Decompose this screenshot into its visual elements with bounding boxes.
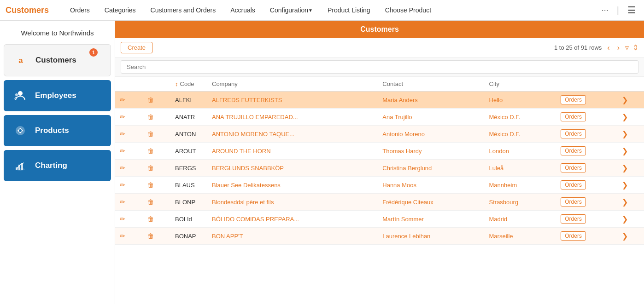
row-chevron-icon[interactable]: ❯ [622, 215, 628, 223]
row-city-1: México D.F. [485, 109, 556, 126]
row-delete-6: 🗑 [143, 194, 170, 211]
orders-button[interactable]: Orders [561, 231, 586, 241]
row-company-3: AROUND THE HORN [207, 143, 378, 160]
row-delete-7: 🗑 [143, 211, 170, 228]
row-nav-4: ❯ [617, 160, 644, 177]
svg-point-4 [19, 129, 22, 132]
row-edit-0: ✏ [115, 92, 143, 109]
row-chevron-icon[interactable]: ❯ [622, 113, 628, 121]
row-contact-8: Laurence Lebihan [378, 228, 484, 245]
row-chevron-icon[interactable]: ❯ [622, 130, 628, 138]
edit-icon[interactable]: ✏ [120, 130, 125, 138]
nav-link-categories[interactable]: Categories [97, 0, 143, 21]
orders-button[interactable]: Orders [561, 197, 586, 206]
filter-icon[interactable]: ▿ [625, 43, 629, 52]
nav-link-choose-product[interactable]: Choose Product [378, 0, 439, 21]
sidebar-item-products[interactable]: Products [4, 115, 111, 146]
prev-page-button[interactable]: ‹ [605, 43, 611, 53]
delete-icon[interactable]: 🗑 [147, 113, 154, 120]
table-row: ✏ 🗑 ANTON ANTONIO MORENO TAQUE... Antoni… [115, 126, 644, 143]
delete-icon[interactable]: 🗑 [147, 130, 154, 138]
nav-links: OrdersCategoriesCustomers and OrdersAccr… [63, 0, 599, 21]
nav-link-product-listing[interactable]: Product Listing [320, 0, 378, 21]
create-button[interactable]: Create [121, 42, 152, 53]
row-edit-5: ✏ [115, 177, 143, 194]
nav-right: ··· | ☰ [599, 5, 638, 16]
row-code-4: BERGS [170, 160, 207, 177]
delete-icon[interactable]: 🗑 [147, 147, 154, 155]
orders-button[interactable]: Orders [561, 129, 586, 138]
row-orders-btn-7: Orders [556, 211, 617, 228]
sidebar-item-customers[interactable]: a Customers1 [4, 44, 111, 76]
row-nav-0: ❯ [617, 92, 644, 109]
nav-hamburger[interactable]: ☰ [625, 5, 638, 16]
row-delete-0: 🗑 [143, 92, 170, 109]
svg-text:a: a [18, 56, 23, 65]
sort-icon[interactable]: ↕ [175, 80, 178, 87]
row-company-1: ANA TRUJILLO EMPAREDAD... [207, 109, 378, 126]
row-edit-2: ✏ [115, 126, 143, 143]
delete-icon[interactable]: 🗑 [147, 96, 154, 103]
orders-button[interactable]: Orders [561, 95, 586, 104]
edit-icon[interactable]: ✏ [120, 198, 125, 206]
edit-icon[interactable]: ✏ [120, 147, 125, 155]
row-company-0: ALFREDS FUTTERKISTS [207, 92, 378, 109]
row-edit-4: ✏ [115, 160, 143, 177]
nav-link-orders[interactable]: Orders [63, 0, 97, 21]
delete-icon[interactable]: 🗑 [147, 198, 154, 206]
row-company-6: Blondesddsl père et fils [207, 194, 378, 211]
col-delete [143, 77, 170, 92]
delete-icon[interactable]: 🗑 [147, 164, 154, 172]
edit-icon[interactable]: ✏ [120, 215, 125, 223]
next-page-button[interactable]: › [615, 43, 621, 53]
row-company-7: BÓLIDO COMIDAS PREPARA... [207, 211, 378, 228]
orders-button[interactable]: Orders [561, 112, 586, 121]
orders-button[interactable]: Orders [561, 214, 586, 224]
svg-point-2 [15, 93, 18, 96]
row-chevron-icon[interactable]: ❯ [622, 96, 628, 104]
row-code-0: ALFKI [170, 92, 207, 109]
row-city-2: México D.F. [485, 126, 556, 143]
row-code-5: BLAUS [170, 177, 207, 194]
row-chevron-icon[interactable]: ❯ [622, 232, 628, 240]
table-row: ✏ 🗑 BERGS BERGLUNDS SNABBKÖP Christina B… [115, 160, 644, 177]
nav-link-customers-and-orders[interactable]: Customers and Orders [143, 0, 223, 21]
row-delete-2: 🗑 [143, 126, 170, 143]
delete-icon[interactable]: 🗑 [147, 215, 154, 223]
table-header-row: ↕Code Company Contact City [115, 77, 644, 92]
edit-icon[interactable]: ✏ [120, 113, 125, 120]
columns-icon[interactable]: ⇕ [632, 43, 638, 52]
orders-button[interactable]: Orders [561, 180, 586, 189]
row-chevron-icon[interactable]: ❯ [622, 147, 628, 155]
products-icon [12, 122, 29, 139]
row-chevron-icon[interactable]: ❯ [622, 198, 628, 206]
row-nav-8: ❯ [617, 228, 644, 245]
col-nav [617, 77, 644, 92]
edit-icon[interactable]: ✏ [120, 181, 125, 189]
delete-icon[interactable]: 🗑 [147, 232, 154, 240]
nav-link-accruals[interactable]: Accruals [223, 0, 263, 21]
pagination-text: 1 to 25 of 91 rows [554, 44, 602, 51]
row-company-8: BON APP'T [207, 228, 378, 245]
row-city-4: Luleå [485, 160, 556, 177]
nav-link-configuration[interactable]: Configuration [263, 0, 320, 21]
toolbar: Create 1 to 25 of 91 rows ‹ › ▿ ⇕ [115, 38, 644, 57]
delete-icon[interactable]: 🗑 [147, 181, 154, 189]
col-company: Company [207, 77, 378, 92]
search-input[interactable] [121, 60, 638, 74]
orders-button[interactable]: Orders [561, 146, 586, 155]
nav-more-dots[interactable]: ··· [599, 6, 611, 15]
row-chevron-icon[interactable]: ❯ [622, 164, 628, 172]
row-chevron-icon[interactable]: ❯ [622, 181, 628, 189]
sidebar-item-employees[interactable]: Employees [4, 80, 111, 111]
edit-icon[interactable]: ✏ [120, 96, 125, 103]
orders-button[interactable]: Orders [561, 163, 586, 172]
edit-icon[interactable]: ✏ [120, 232, 125, 240]
customers-icon: a [12, 52, 29, 69]
sidebar-item-charting[interactable]: Charting [4, 150, 111, 181]
search-bar [115, 57, 644, 77]
edit-icon[interactable]: ✏ [120, 164, 125, 172]
row-code-7: BOLId [170, 211, 207, 228]
row-code-6: BLONP [170, 194, 207, 211]
col-edit [115, 77, 143, 92]
